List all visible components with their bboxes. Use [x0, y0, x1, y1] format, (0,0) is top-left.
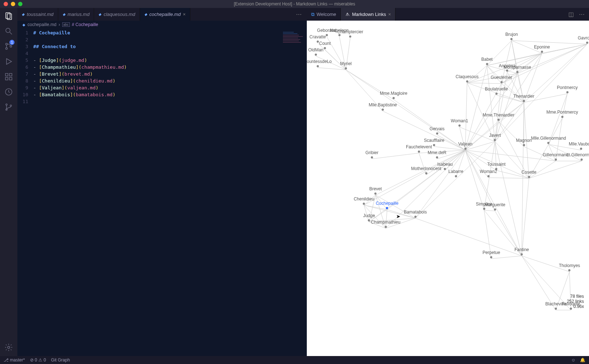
graph-node[interactable]: Gribier [365, 150, 378, 155]
graph-node[interactable]: Boulatruelle [485, 86, 508, 92]
graph-node[interactable]: Favourite [562, 301, 580, 306]
close-tab-icon[interactable]: × [183, 12, 186, 17]
svg-line-114 [529, 161, 582, 178]
graph-node[interactable]: Mlle.Vaubois [569, 141, 589, 147]
graph-node[interactable]: Mlle.Baptistine [369, 102, 397, 107]
svg-rect-8 [5, 73, 8, 76]
graph-node[interactable]: Woman1 [451, 118, 468, 123]
svg-line-73 [522, 102, 524, 256]
svg-line-87 [495, 44, 587, 141]
graph-node[interactable]: Brevet [369, 186, 382, 191]
graph-node[interactable]: Toussaint [487, 162, 506, 167]
graph-node[interactable]: Eponine [534, 45, 550, 50]
graph-node[interactable]: Gervais [429, 126, 444, 131]
graph-node[interactable]: Mlle.Gillenormand [531, 136, 566, 141]
svg-point-5 [6, 48, 8, 50]
graph-node[interactable]: Champmathieu [371, 220, 400, 225]
graph-node[interactable]: Champtercier [337, 29, 363, 34]
maximize-window-button[interactable] [18, 2, 22, 6]
graph-node[interactable]: Myriel [340, 61, 352, 66]
vscode-icon: ⧉ [311, 12, 314, 17]
graph-node[interactable]: Claquesous [455, 74, 478, 79]
gear-icon[interactable] [4, 343, 13, 352]
graph-node[interactable]: Mme.Thenardier [483, 113, 514, 118]
graph-node[interactable]: Scaufflaire [424, 138, 444, 143]
panel-actions: ◫ ⋯ [564, 8, 589, 21]
notifications-icon[interactable]: 🔔 [580, 357, 585, 363]
graph-node[interactable]: Cosette [521, 170, 536, 175]
editor-tabs: ◆toussaint.md ◆marius.md ◆claquesous.md … [17, 8, 307, 21]
tab-toussaint[interactable]: ◆toussaint.md [17, 8, 58, 21]
graph-node[interactable]: MotherInnocent [411, 166, 441, 171]
graph-node[interactable]: Valjean [458, 141, 472, 147]
close-window-button[interactable] [4, 2, 8, 6]
graph-node[interactable]: Woman2 [480, 169, 497, 174]
graph-node[interactable]: Gueulemer [491, 75, 512, 80]
split-editor-icon[interactable]: ◫ [568, 11, 574, 18]
minimap[interactable] [283, 32, 305, 46]
svg-line-80 [495, 141, 522, 256]
minimize-window-button[interactable] [11, 2, 15, 6]
scm-badge: 1 [9, 40, 14, 45]
graph-node[interactable]: Fauchelevent [406, 144, 432, 149]
graph-node[interactable]: Count [319, 41, 331, 46]
graph-canvas[interactable]: 78 files 252 links 0.96x GeborandNapoleo… [307, 21, 589, 356]
graph-node[interactable]: Pontmercy [557, 85, 577, 90]
graph-node[interactable]: Labarre [448, 169, 463, 174]
feedback-icon[interactable]: ☺ [571, 357, 576, 363]
graph-node[interactable]: Cochepaille [376, 201, 399, 206]
graph-node[interactable]: OldMan [308, 47, 323, 52]
graph-node[interactable]: Gillenormand [543, 152, 568, 157]
tab-claquesous[interactable]: ◆claquesous.md [94, 8, 140, 21]
svg-line-42 [415, 150, 465, 218]
graph-node[interactable]: Lt.Gillenormand [567, 152, 589, 157]
graph-node[interactable]: Mme.deR [428, 150, 446, 155]
svg-line-3 [10, 32, 12, 34]
run-debug-icon[interactable] [4, 57, 13, 66]
svg-line-55 [465, 83, 467, 150]
branch-indicator[interactable]: ⎇ master* [4, 357, 25, 363]
git-branch-icon[interactable] [4, 103, 13, 111]
graph-node[interactable]: Cravatte [309, 34, 326, 39]
graph-node[interactable]: Thenardier [513, 94, 534, 99]
graph-node[interactable]: Marguerite [484, 202, 505, 207]
code-content[interactable]: # Cochepaille ## Connected to - [Judge](… [33, 29, 307, 356]
timeline-icon[interactable] [4, 88, 13, 96]
tab-cochepaille[interactable]: ◆cochepaille.md× [140, 8, 190, 21]
graph-node[interactable]: Magnon [516, 138, 531, 143]
svg-line-45 [386, 150, 465, 228]
stat-files: 78 files [567, 294, 584, 299]
code-editor[interactable]: 1234567891011 # Cochepaille ## Connected… [17, 29, 307, 356]
graph-node[interactable]: Tholomyes [559, 263, 580, 268]
graph-node[interactable]: Mme.Magloire [380, 91, 407, 96]
search-icon[interactable] [4, 27, 13, 35]
graph-icon: ⩚ [345, 12, 350, 17]
svg-point-13 [6, 104, 7, 105]
graph-node[interactable]: Chenildieu [354, 196, 374, 202]
markdown-file-icon: ◆ [63, 12, 65, 16]
tab-label: Welcome [317, 12, 336, 17]
tab-marius[interactable]: ◆marius.md [58, 8, 94, 21]
editor-more-button[interactable]: ⋯ [291, 8, 307, 21]
graph-node[interactable]: Montparnasse [504, 65, 531, 70]
graph-node[interactable]: Babet [481, 57, 492, 62]
git-graph-button[interactable]: Git Graph [51, 357, 70, 363]
graph-node[interactable]: Javert [489, 133, 501, 138]
graph-node[interactable]: Judge [363, 213, 375, 218]
breadcrumb[interactable]: ◆ cochepaille.md › abc # Cochepaille [17, 21, 307, 29]
tab-welcome[interactable]: ⧉ Welcome [307, 8, 341, 21]
explorer-icon[interactable] [4, 12, 13, 20]
graph-node[interactable]: Fantine [514, 247, 529, 252]
graph-node[interactable]: Mme.Pontmercy [546, 110, 578, 115]
more-actions-icon[interactable]: ⋯ [579, 11, 585, 18]
graph-node[interactable]: Gavroche [578, 35, 589, 41]
graph-node[interactable]: Perpetue [483, 250, 500, 255]
editor-group-left: ◆toussaint.md ◆marius.md ◆claquesous.md … [17, 8, 307, 356]
extensions-icon[interactable] [4, 72, 13, 81]
problems-indicator[interactable]: ⊘ 0 ⚠ 0 [30, 357, 46, 363]
graph-node[interactable]: CountessdeLo [307, 59, 332, 64]
graph-node[interactable]: Brujon [505, 32, 518, 37]
graph-node[interactable]: Bamatabois [404, 209, 427, 215]
close-tab-icon[interactable]: × [388, 12, 391, 17]
tab-markdown-links[interactable]: ⩚ Markdown Links × [341, 8, 396, 21]
